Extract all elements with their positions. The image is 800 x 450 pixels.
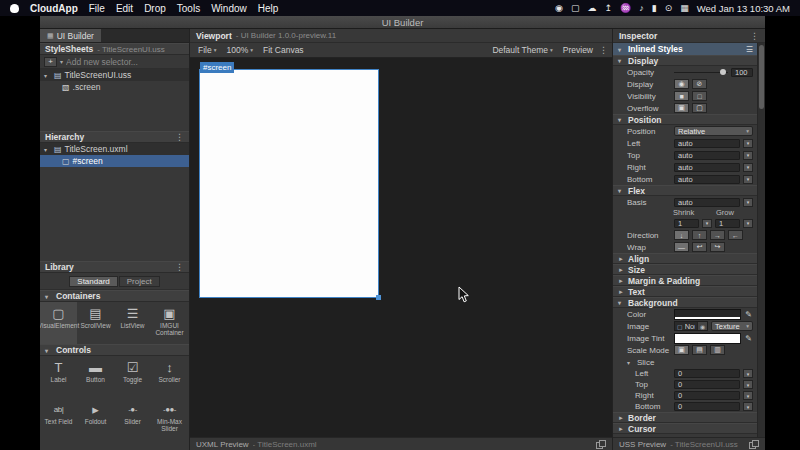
unit-dropdown-icon[interactable]: ▾ xyxy=(743,380,753,389)
hierarchy-file-row[interactable]: ▾ ▤ TitleScreen.uxml xyxy=(40,143,189,155)
grow-value-field[interactable]: 1 xyxy=(715,219,740,228)
apple-icon[interactable] xyxy=(10,4,19,13)
scale-crop-button[interactable]: ▥ xyxy=(710,345,725,355)
section-margin-padding[interactable]: ► Margin & Padding xyxy=(613,275,758,286)
uss-preview-bar[interactable]: USS Preview - TitleScreenUI.uss xyxy=(613,437,765,450)
library-item-slider[interactable]: -●- Slider xyxy=(114,398,151,440)
section-size[interactable]: ► Size xyxy=(613,264,758,275)
color-swatch[interactable] xyxy=(674,309,741,320)
control-center-icon[interactable]: ▦ xyxy=(680,3,689,13)
cloud-icon[interactable]: ☁ xyxy=(587,3,596,13)
image-type-dropdown[interactable]: Texture ▾ xyxy=(711,321,753,331)
scale-stretch-button[interactable]: ▣ xyxy=(674,345,689,355)
scrollbar-thumb[interactable] xyxy=(759,45,764,109)
object-picker-icon[interactable]: ◉ xyxy=(697,322,707,330)
menu-window[interactable]: Window xyxy=(211,3,247,14)
foldout-open-icon[interactable]: ▾ xyxy=(44,146,51,153)
opacity-slider[interactable] xyxy=(674,68,728,77)
image-tint-swatch[interactable] xyxy=(674,333,741,344)
containers-subheader[interactable]: ▾ Containers xyxy=(40,290,189,302)
preview-toggle[interactable]: Preview xyxy=(559,43,597,57)
unit-dropdown-icon[interactable]: ▾ xyxy=(743,163,753,172)
expand-panel-icon[interactable] xyxy=(749,440,759,449)
menu-drop[interactable]: Drop xyxy=(144,3,166,14)
canvas-area[interactable]: TitleScreen.uxml #screen xyxy=(190,58,612,437)
menu-file[interactable]: File xyxy=(89,3,105,14)
foldout-open-icon[interactable]: ▾ xyxy=(44,72,51,79)
unit-dropdown-icon[interactable]: ▾ xyxy=(743,219,753,228)
wrap-wrap-button[interactable]: ↩ xyxy=(692,242,707,252)
unit-dropdown-icon[interactable]: ▾ xyxy=(743,175,753,184)
selected-element-tag[interactable]: #screen xyxy=(200,62,234,73)
left-value-field[interactable]: auto xyxy=(674,139,740,148)
library-item-text-field[interactable]: ab| Text Field xyxy=(40,398,77,440)
section-flex[interactable]: ▾ Flex xyxy=(613,185,758,196)
add-selector-button[interactable]: + xyxy=(44,57,57,67)
direction-row-reverse-button[interactable]: ← xyxy=(728,230,743,240)
section-border[interactable]: ► Border xyxy=(613,412,758,423)
direction-row-button[interactable]: → xyxy=(710,230,725,240)
menu-edit[interactable]: Edit xyxy=(116,3,133,14)
viewport-menu-icon[interactable]: ⋮ xyxy=(599,45,608,55)
record-icon[interactable]: ◉ xyxy=(555,3,563,13)
tab-standard[interactable]: Standard xyxy=(69,276,117,287)
unit-dropdown-icon[interactable]: ▾ xyxy=(702,219,712,228)
file-menu-button[interactable]: File ▾ xyxy=(194,43,220,57)
eyedropper-icon[interactable]: ✎ xyxy=(744,310,753,319)
hierarchy-menu-icon[interactable]: ⋮ xyxy=(175,132,184,142)
image-object-field[interactable]: ▢ None (T… ◉ xyxy=(674,321,708,331)
display-icon[interactable]: ▢ xyxy=(571,3,580,13)
add-selector-input[interactable]: Add new selector... xyxy=(66,57,138,67)
library-item-scroller[interactable]: ↕ Scroller xyxy=(151,356,188,398)
library-item-label-control[interactable]: T Label xyxy=(40,356,77,398)
inlined-styles-row[interactable]: ▾ Inlined Styles ☰ xyxy=(613,43,758,55)
section-cursor[interactable]: ► Cursor xyxy=(613,423,758,434)
library-item-scrollview[interactable]: ▤ ScrollView xyxy=(77,302,114,344)
display-none-button[interactable]: ⊘ xyxy=(692,79,707,89)
unit-dropdown-icon[interactable]: ▾ xyxy=(743,198,753,207)
slice-left-field[interactable]: 0 xyxy=(674,369,740,378)
slice-bottom-field[interactable]: 0 xyxy=(674,402,740,411)
expand-panel-icon[interactable] xyxy=(596,440,606,449)
wrap-nowrap-button[interactable]: — xyxy=(674,242,689,252)
display-flex-button[interactable]: ◉ xyxy=(674,79,689,89)
volume-icon[interactable]: ♪ xyxy=(639,3,644,13)
menubar-clock[interactable]: Wed Jan 13 10:30 AM xyxy=(697,3,790,14)
unit-dropdown-icon[interactable]: ▾ xyxy=(743,369,753,378)
slice-top-field[interactable]: 0 xyxy=(674,380,740,389)
position-mode-dropdown[interactable]: Relative ▾ xyxy=(674,126,753,136)
selector-row-screen[interactable]: ▧ .screen xyxy=(40,81,189,93)
slice-right-field[interactable]: 0 xyxy=(674,391,740,400)
stylesheet-file-row[interactable]: ▾ ▤ TitleScreenUI.uss xyxy=(40,69,189,81)
library-item-minmax-slider[interactable]: -●●- Min-Max Slider xyxy=(151,398,188,440)
wifi-icon[interactable]: ♒ xyxy=(620,3,631,13)
library-item-listview[interactable]: ☰ ListView xyxy=(114,302,151,344)
library-item-imgui-container[interactable]: ▣ IMGUI Container xyxy=(151,302,188,344)
section-position[interactable]: ▾ Position xyxy=(613,114,758,125)
unit-dropdown-icon[interactable]: ▾ xyxy=(743,391,753,400)
bottom-value-field[interactable]: auto xyxy=(674,175,740,184)
right-value-field[interactable]: auto xyxy=(674,163,740,172)
direction-column-button[interactable]: ↓ xyxy=(674,230,689,240)
unit-dropdown-icon[interactable]: ▾ xyxy=(743,139,753,148)
design-canvas[interactable] xyxy=(200,70,378,297)
slice-foldout-row[interactable]: ▾ Slice xyxy=(613,356,758,368)
library-item-foldout[interactable]: ▸ Foldout xyxy=(77,398,114,440)
tab-project[interactable]: Project xyxy=(119,276,160,287)
zoom-dropdown[interactable]: 100% ▾ xyxy=(222,43,257,57)
library-item-toggle[interactable]: ☑ Toggle xyxy=(114,356,151,398)
scale-fit-button[interactable]: ▤ xyxy=(692,345,707,355)
controls-subheader[interactable]: ▾ Controls xyxy=(40,344,189,356)
resize-handle[interactable] xyxy=(376,295,381,300)
inspector-scrollbar[interactable] xyxy=(757,43,765,437)
menu-tools[interactable]: Tools xyxy=(177,3,200,14)
styles-mixer-icon[interactable]: ☰ xyxy=(746,45,753,54)
visibility-hidden-button[interactable]: □ xyxy=(692,91,707,101)
wrap-reverse-button[interactable]: ↪ xyxy=(710,242,725,252)
menu-app-name[interactable]: CloudApp xyxy=(30,3,78,14)
upload-icon[interactable]: ↥ xyxy=(604,3,612,13)
hierarchy-element-screen[interactable]: ▢ #screen xyxy=(40,155,189,167)
battery-icon[interactable]: ▮ xyxy=(652,3,657,13)
unit-dropdown-icon[interactable]: ▾ xyxy=(743,402,753,411)
library-menu-icon[interactable]: ⋮ xyxy=(175,262,184,272)
